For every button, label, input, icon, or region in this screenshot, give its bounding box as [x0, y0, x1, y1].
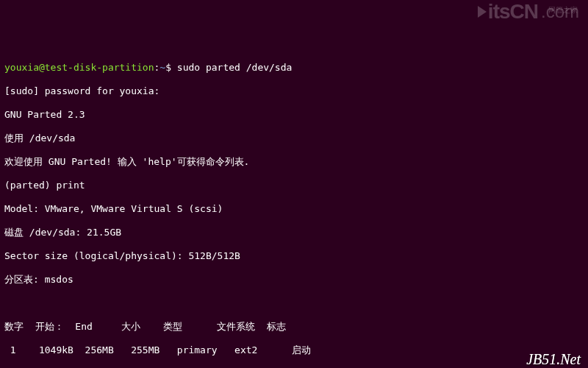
watermark-top: 网管之家 itsCN .com	[478, 6, 579, 18]
prompt-userhost: youxia@test-disk-partition	[4, 62, 154, 73]
parted-sector: Sector size (logical/physical): 512B/512…	[4, 250, 584, 262]
terminal-output[interactable]: youxia@test-disk-partition:~$ sudo parte…	[4, 50, 584, 368]
play-icon	[478, 6, 487, 18]
parted-model: Model: VMware, VMware Virtual S (scsi)	[4, 203, 584, 215]
parted-version: GNU Parted 2.3	[4, 109, 584, 121]
command-parted: sudo parted /dev/sda	[177, 62, 293, 73]
parted-table-header: 数字 开始： End 大小 类型 文件系统 标志	[4, 321, 584, 333]
sudo-password-line: [sudo] password for youxia:	[4, 85, 584, 97]
blank-line	[4, 297, 584, 309]
prompt-line-1: youxia@test-disk-partition:~$ sudo parte…	[4, 62, 584, 74]
parted-welcome: 欢迎使用 GNU Parted! 输入 'help'可获得命令列表.	[4, 156, 584, 168]
prompt-path: ~	[159, 62, 165, 73]
parted-using: 使用 /dev/sda	[4, 132, 584, 144]
parted-pttable: 分区表: msdos	[4, 274, 584, 286]
watermark-logo: itsCN	[488, 6, 538, 18]
parted-disk: 磁盘 /dev/sda: 21.5GB	[4, 227, 584, 238]
watermark-sub: 网管之家	[548, 4, 578, 16]
parted-table-row: 1 1049kB 256MB 255MB primary ext2 启动	[4, 344, 584, 356]
watermark-bottom: JB51.Net	[526, 353, 581, 365]
parted-print: (parted) print	[4, 180, 584, 191]
